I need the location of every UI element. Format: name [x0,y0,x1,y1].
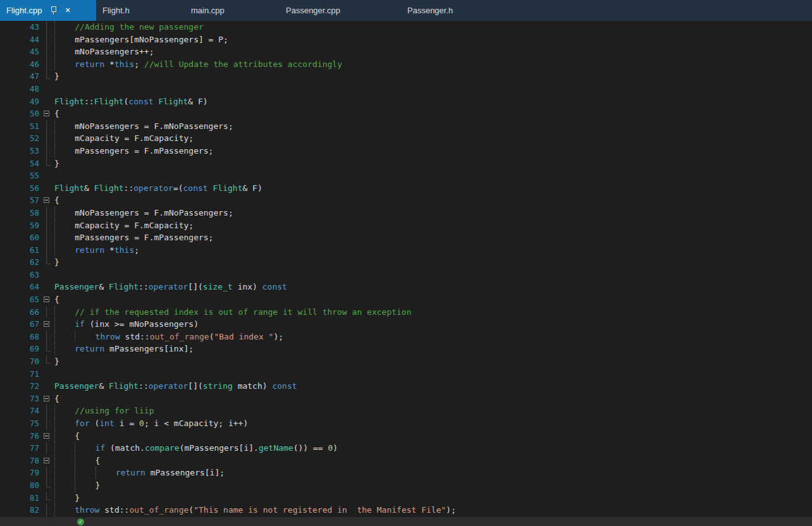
code-line[interactable]: 76{ [0,430,812,443]
line-number[interactable]: 70 [24,355,39,368]
breakpoint-margin[interactable] [0,380,24,393]
line-number[interactable]: 64 [24,281,39,293]
fold-collapse-icon[interactable] [39,318,54,331]
breakpoint-margin[interactable] [0,132,24,145]
code-line[interactable]: 44mPassengers[mNoPassengers] = P; [0,34,812,46]
code-line[interactable]: 56Flight& Flight::operator=(const Flight… [0,182,812,195]
line-number[interactable]: 43 [24,21,39,34]
code-line[interactable]: 75for (int i = 0; i < mCapacity; i++) [0,417,812,430]
breakpoint-margin[interactable] [0,95,24,108]
line-number[interactable]: 78 [24,455,39,467]
tab-main-cpp[interactable]: main.cpp [185,0,280,21]
code-line[interactable]: 64Passenger& Flight::operator[](size_t i… [0,281,812,293]
tab-flight-cpp[interactable]: Flight.cpp✕ [0,0,96,21]
code-line[interactable]: 62} [0,256,812,269]
line-number[interactable]: 58 [24,207,39,219]
code-line[interactable]: 53mPassengers = F.mPassengers; [0,145,812,157]
code-line[interactable]: 65{ [0,293,812,306]
breakpoint-margin[interactable] [0,343,24,355]
tab-flight-h[interactable]: Flight.h [96,0,185,21]
code-line[interactable]: 77if (match.compare(mPassengers[i].getNa… [0,442,812,455]
line-number[interactable]: 60 [24,231,39,244]
code-line[interactable]: 69return mPassengers[inx]; [0,343,812,355]
line-number[interactable]: 59 [24,219,39,232]
code-line[interactable]: 70} [0,355,812,368]
line-number[interactable]: 67 [24,318,39,331]
breakpoint-margin[interactable] [0,256,24,269]
breakpoint-margin[interactable] [0,207,24,219]
code-line[interactable]: 48 [0,83,812,95]
code-line[interactable]: 61return *this; [0,244,812,257]
breakpoint-margin[interactable] [0,293,24,306]
line-number[interactable]: 74 [24,405,39,417]
breakpoint-margin[interactable] [0,331,24,343]
code-line[interactable]: 54} [0,157,812,170]
line-number[interactable]: 68 [24,331,39,343]
tab-passenger-cpp[interactable]: Passenger.cpp [280,0,401,21]
fold-collapse-icon[interactable] [39,194,54,207]
code-line[interactable]: 79return mPassengers[i]; [0,467,812,479]
fold-collapse-icon[interactable] [39,293,54,306]
breakpoint-margin[interactable] [0,58,24,71]
breakpoint-margin[interactable] [0,194,24,207]
line-number[interactable]: 48 [24,83,39,95]
code-line[interactable]: 82throw std::out_of_range("This name is … [0,504,812,517]
breakpoint-margin[interactable] [0,34,24,46]
code-line[interactable]: 74//using for liip [0,405,812,417]
breakpoint-margin[interactable] [0,405,24,417]
line-number[interactable]: 55 [24,169,39,182]
breakpoint-margin[interactable] [0,355,24,368]
line-number[interactable]: 46 [24,58,39,71]
code-line[interactable]: 68throw std::out_of_range("Bad index "); [0,331,812,343]
code-line[interactable]: 58mNoPassengers = F.mNoPassengers; [0,207,812,219]
line-number[interactable]: 80 [24,479,39,492]
line-number[interactable]: 62 [24,256,39,269]
line-number[interactable]: 63 [24,269,39,281]
line-number[interactable]: 50 [24,107,39,120]
breakpoint-margin[interactable] [0,281,24,293]
line-number[interactable]: 66 [24,306,39,319]
editor[interactable]: 43//Adding the new passenger44mPassenger… [0,21,812,517]
breakpoint-margin[interactable] [0,169,24,182]
close-icon[interactable]: ✕ [65,7,70,14]
line-number[interactable]: 82 [24,504,39,517]
line-number[interactable]: 44 [24,34,39,46]
line-number[interactable]: 79 [24,467,39,479]
breakpoint-margin[interactable] [0,479,24,492]
breakpoint-margin[interactable] [0,306,24,319]
breakpoint-margin[interactable] [0,467,24,479]
code-line[interactable]: 60mPassengers = F.mPassengers; [0,231,812,244]
tab-passenger-h[interactable]: Passenger.h [401,0,496,21]
breakpoint-margin[interactable] [0,244,24,257]
code-line[interactable]: 78{ [0,455,812,467]
breakpoint-margin[interactable] [0,83,24,95]
code-line[interactable]: 49Flight::Flight(const Flight& F) [0,95,812,108]
code-line[interactable]: 46return *this; //will Update the attrib… [0,58,812,71]
code-line[interactable]: 72Passenger& Flight::operator[](string m… [0,380,812,393]
line-number[interactable]: 51 [24,120,39,133]
code-line[interactable]: 63 [0,269,812,281]
breakpoint-margin[interactable] [0,107,24,120]
breakpoint-margin[interactable] [0,269,24,281]
fold-collapse-icon[interactable] [39,455,54,467]
code-line[interactable]: 43//Adding the new passenger [0,21,812,34]
code-line[interactable]: 50{ [0,107,812,120]
breakpoint-margin[interactable] [0,182,24,195]
breakpoint-margin[interactable] [0,46,24,58]
line-number[interactable]: 69 [24,343,39,355]
line-number[interactable]: 76 [24,430,39,443]
line-number[interactable]: 52 [24,132,39,145]
line-number[interactable]: 45 [24,46,39,58]
document-health-check-icon[interactable]: ✓ [77,518,84,525]
line-number[interactable]: 77 [24,442,39,455]
line-number[interactable]: 54 [24,157,39,170]
breakpoint-margin[interactable] [0,318,24,331]
code-line[interactable]: 71 [0,368,812,381]
breakpoint-margin[interactable] [0,21,24,34]
code-line[interactable]: 55 [0,169,812,182]
line-number[interactable]: 73 [24,393,39,405]
line-number[interactable]: 72 [24,380,39,393]
breakpoint-margin[interactable] [0,393,24,405]
code-line[interactable]: 66// if the requested index is out of ra… [0,306,812,319]
line-number[interactable]: 65 [24,293,39,306]
